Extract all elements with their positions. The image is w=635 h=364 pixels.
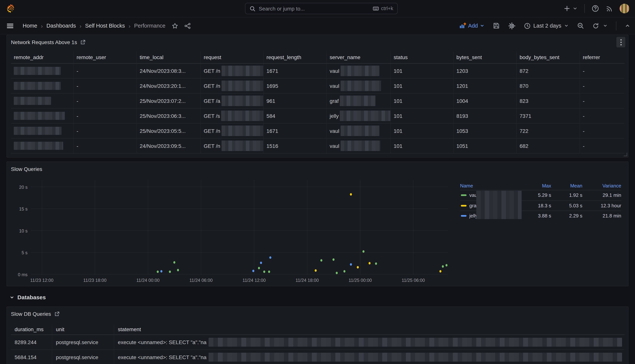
new-menu-button[interactable]: [564, 5, 578, 12]
scatter-point: [260, 262, 262, 264]
redacted-request: [222, 66, 263, 76]
column-header[interactable]: remote_user: [74, 52, 137, 64]
share-icon[interactable]: [184, 22, 191, 29]
x-axis-label: 11/23 18:00: [78, 278, 112, 283]
topbar-right-actions: [564, 0, 629, 17]
chevron-down-icon: [10, 295, 14, 300]
scatter-point: [320, 259, 322, 262]
column-header[interactable]: referrer: [580, 52, 624, 64]
column-header[interactable]: status: [391, 52, 454, 64]
column-header[interactable]: duration_ms: [11, 324, 52, 335]
legend-variance-value: 12.3 hour: [582, 203, 621, 208]
divider: [616, 21, 616, 30]
redacted-request: [222, 96, 263, 106]
redacted-server-name: [340, 140, 380, 151]
grafana-logo-icon[interactable]: [6, 4, 16, 13]
cell-request-length: 961: [264, 94, 327, 109]
panel-header[interactable]: Slow DB Queries: [7, 307, 628, 321]
breadcrumb-home[interactable]: Home: [23, 23, 37, 29]
breadcrumb-dashboards[interactable]: Dashboards: [46, 23, 76, 29]
column-header[interactable]: time_local: [137, 52, 201, 64]
news-rss-icon[interactable]: [606, 5, 613, 12]
zoom-out-time-icon[interactable]: [577, 22, 584, 29]
legend-header-mean[interactable]: Mean: [551, 183, 582, 188]
external-link-icon[interactable]: [80, 40, 86, 45]
column-header[interactable]: request: [201, 52, 264, 64]
dashboard-settings-gear-icon[interactable]: [508, 22, 516, 30]
legend-variance-value: 21.8 min: [582, 213, 621, 219]
scatter-point: [368, 262, 370, 264]
external-link-icon[interactable]: [54, 311, 60, 316]
column-header[interactable]: unit: [52, 324, 114, 335]
cell-server-name: vaul: [327, 64, 391, 78]
collapse-caret-up-icon[interactable]: [625, 23, 630, 28]
legend-mean-value: 5.03 s: [551, 203, 582, 208]
help-icon[interactable]: [592, 5, 599, 12]
column-header[interactable]: request_length: [264, 52, 327, 64]
plus-icon: [564, 5, 570, 12]
scatter-point: [446, 264, 448, 266]
x-gridline: [413, 180, 414, 274]
x-axis-label: 11/24 00:00: [131, 278, 165, 283]
redacted-remote-addr: [14, 142, 63, 150]
refresh-icon[interactable]: [592, 22, 599, 29]
cell-remote-addr: [11, 64, 74, 78]
divider: [584, 4, 585, 13]
y-gridline: [31, 252, 448, 253]
cell-referrer: -: [580, 138, 624, 154]
cell-referrer: -: [580, 94, 624, 109]
scatter-point: [350, 193, 352, 196]
cell-request-length: 584: [264, 108, 327, 124]
slow-queries-scatter-plot[interactable]: 0 ms5 s10 s15 s20 s11/23 12:0011/23 18:0…: [31, 180, 448, 274]
time-range-picker[interactable]: Last 2 days: [524, 22, 569, 29]
column-header[interactable]: bytes_sent: [454, 52, 517, 64]
x-gridline: [42, 180, 42, 274]
cell-bytes-sent: 1203: [454, 64, 517, 78]
save-dashboard-icon[interactable]: [493, 22, 500, 29]
column-header[interactable]: body_bytes_sent: [517, 52, 580, 64]
user-avatar[interactable]: [620, 4, 629, 13]
legend-header-variance[interactable]: Variance: [582, 183, 621, 188]
y-gridline: [31, 187, 448, 187]
search-input[interactable]: Search or jump to... ctrl+k: [245, 3, 398, 14]
legend-header-name[interactable]: Name: [460, 183, 519, 188]
star-favorite-icon[interactable]: [172, 22, 178, 29]
legend-mean-value: 1.92 s: [551, 192, 582, 198]
panel-slow-db-queries: Slow DB Queries duration_ms unit stateme…: [6, 306, 628, 364]
panel-slow-queries: Slow Queries 0 ms5 s10 s15 s20 s11/23 12…: [6, 162, 628, 286]
scatter-point: [375, 262, 377, 265]
redacted-request: [221, 110, 263, 121]
cell-request-length: 1671: [264, 124, 327, 138]
time-range-label: Last 2 days: [533, 23, 561, 29]
top-navigation-bar: Search or jump to... ctrl+k: [0, 0, 635, 18]
cell-remote-user: -: [74, 138, 137, 154]
scatter-point: [268, 270, 270, 273]
search-icon: [250, 6, 256, 12]
y-gridline: [31, 230, 448, 231]
add-label: Add: [468, 23, 478, 29]
panel-header[interactable]: Network Requests Above 1s: [7, 35, 628, 49]
cell-remote-addr: [11, 108, 74, 124]
column-header[interactable]: server_name: [327, 52, 391, 64]
x-gridline: [360, 180, 361, 274]
cell-body-bytes-sent: 722: [517, 124, 580, 138]
breadcrumb: Home › Dashboards › Self Host Blocks › P…: [23, 22, 166, 29]
cell-referrer: -: [580, 108, 624, 124]
cell-bytes-sent: 1051: [454, 138, 517, 154]
redacted-server-name: [340, 66, 380, 76]
panel-header[interactable]: Slow Queries: [7, 162, 628, 176]
cell-bytes-sent: 1201: [454, 78, 517, 94]
panel-menu-kebab-icon[interactable]: [616, 37, 625, 47]
column-header[interactable]: statement: [114, 324, 624, 335]
legend-max-value: 18.3 s: [519, 203, 551, 208]
row-section-databases[interactable]: Databases: [10, 292, 46, 302]
add-panel-button[interactable]: Add: [459, 22, 484, 29]
breadcrumb-folder[interactable]: Self Host Blocks: [85, 23, 125, 29]
cell-status: 101: [391, 78, 454, 94]
legend-header-max[interactable]: Max: [519, 183, 551, 188]
column-header[interactable]: remote_addr: [11, 52, 74, 64]
refresh-interval-chevron-icon[interactable]: [603, 24, 608, 28]
cell-statement: execute <unnamed>: SELECT "a"."na: [114, 335, 624, 350]
cell-referrer: -: [580, 64, 624, 78]
menu-hamburger-icon[interactable]: [6, 22, 14, 30]
